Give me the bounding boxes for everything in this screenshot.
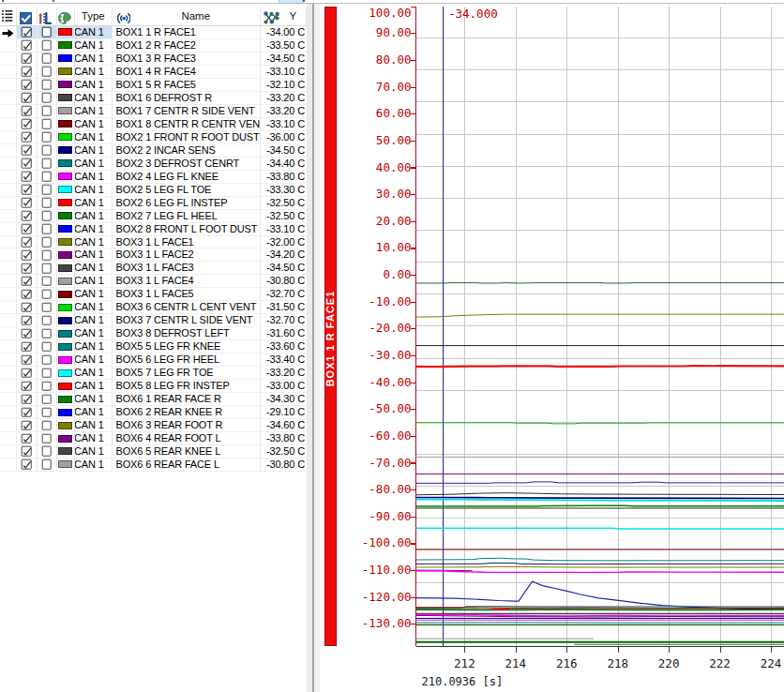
signal-trace bbox=[416, 563, 784, 564]
y-tick-label: -80.00 bbox=[355, 484, 412, 495]
signal-traces bbox=[416, 283, 784, 645]
y-tick-label: 40.00 bbox=[355, 162, 412, 173]
signal-trace bbox=[416, 366, 784, 367]
x-tick-label: 224 bbox=[750, 657, 784, 669]
y-tick-label: 50.00 bbox=[355, 135, 412, 146]
y-tick-label: -50.00 bbox=[355, 403, 412, 414]
y-tick-label: 20.00 bbox=[355, 216, 412, 227]
x-tick-label: 212 bbox=[444, 657, 485, 669]
signal-trace bbox=[416, 608, 784, 609]
x-tick-label: 214 bbox=[495, 657, 536, 669]
plot-canvas[interactable] bbox=[0, 0, 784, 692]
signal-trace bbox=[416, 581, 784, 610]
y-tick-label: -30.00 bbox=[355, 350, 412, 361]
signal-trace bbox=[416, 482, 784, 483]
y-tick-label: 70.00 bbox=[355, 82, 412, 93]
signal-trace bbox=[416, 423, 784, 424]
signal-trace bbox=[416, 493, 784, 495]
graphics-window: Type Name bbox=[0, 0, 784, 692]
y-tick-label: -40.00 bbox=[355, 377, 412, 388]
signal-trace bbox=[416, 505, 784, 506]
x-tick-label: 218 bbox=[597, 657, 639, 669]
x-axis-start-time-label: 210.0936 [s] bbox=[422, 676, 504, 688]
y-tick-label: -10.00 bbox=[355, 296, 412, 308]
y-tick-label: 60.00 bbox=[355, 108, 412, 119]
y-tick-label: -70.00 bbox=[355, 458, 412, 469]
signal-trace bbox=[416, 314, 784, 317]
y-tick-label: 100.00 bbox=[355, 8, 412, 19]
y-tick-label: -20.00 bbox=[355, 323, 412, 334]
y-tick-label: 10.00 bbox=[355, 242, 412, 253]
y-tick-label: -90.00 bbox=[355, 511, 412, 522]
y-tick-label: -100.00 bbox=[355, 537, 412, 549]
y-tick-label: 30.00 bbox=[355, 188, 412, 200]
signal-trace bbox=[416, 558, 784, 561]
cursor-value-label: -34.000 bbox=[448, 8, 498, 20]
y-tick-label: -60.00 bbox=[355, 430, 412, 442]
y-tick-label: 0.00 bbox=[355, 269, 412, 280]
signal-trace bbox=[416, 566, 784, 567]
signal-trace bbox=[416, 528, 784, 529]
y-tick-label: -110.00 bbox=[355, 564, 412, 576]
signal-trace bbox=[416, 500, 784, 502]
x-axis bbox=[416, 647, 784, 654]
x-tick-label: 220 bbox=[648, 657, 689, 669]
y-tick-label: 80.00 bbox=[355, 54, 412, 66]
x-tick-label: 222 bbox=[700, 657, 741, 669]
grid-lines bbox=[416, 7, 784, 646]
y-tick-label: -130.00 bbox=[355, 618, 412, 629]
signal-trace bbox=[416, 498, 784, 499]
y-tick-label: 90.00 bbox=[355, 27, 412, 38]
y-tick-label: -120.00 bbox=[355, 592, 412, 603]
x-tick-label: 216 bbox=[546, 657, 587, 669]
